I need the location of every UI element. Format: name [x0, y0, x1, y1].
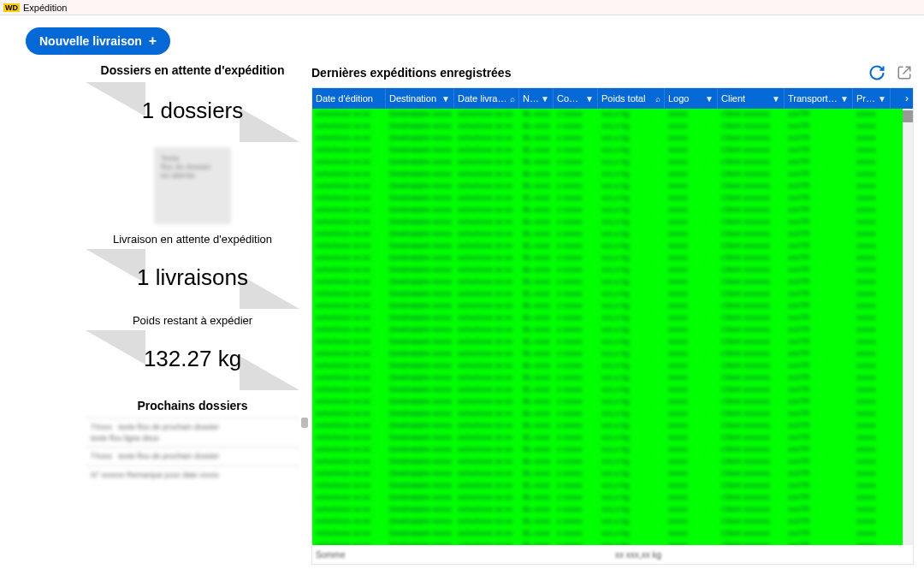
table-row[interactable]: xx/xx/xxxx xx:xxDestinataire xxxxxxx/xx/…: [312, 432, 913, 444]
dossiers-tile: 1 dossiers: [86, 82, 299, 142]
plus-icon: +: [149, 34, 157, 48]
table-row[interactable]: xx/xx/xxxx xx:xxDestinataire xxxxxxx/xx/…: [312, 252, 913, 264]
poids-tile: 132.27 kg: [86, 330, 299, 390]
table-row[interactable]: xx/xx/xxxx xx:xxDestinataire xxxxxxx/xx/…: [312, 396, 913, 408]
expeditions-title: Dernières expéditions enregistrées: [311, 66, 511, 80]
scroll-right-icon[interactable]: ›: [901, 88, 913, 109]
table-row[interactable]: xx/xx/xxxx xx:xxDestinataire xxxxxxx/xx/…: [312, 300, 913, 312]
table-row[interactable]: xx/xx/xxxx xx:xxDestinataire xxxxxxx/xx/…: [312, 372, 913, 384]
filter-icon[interactable]: ▼: [705, 94, 714, 104]
table-row[interactable]: xx/xx/xxxx xx:xxDestinataire xxxxxxx/xx/…: [312, 420, 913, 432]
dossier-card[interactable]: Texteflou du dossieren attente: [154, 147, 231, 224]
column-header[interactable]: Transporteur▼: [785, 88, 853, 109]
table-row[interactable]: xx/xx/xxxx xx:xxDestinataire xxxxxxx/xx/…: [312, 408, 913, 420]
new-delivery-button[interactable]: Nouvelle livraison +: [26, 27, 170, 55]
wd-badge: WD: [3, 3, 20, 12]
expeditions-table: Date d'éditionDestination▼Date livraison…: [311, 87, 914, 565]
table-row[interactable]: xx/xx/xxxx xx:xxDestinataire xxxxxxx/xx/…: [312, 288, 913, 300]
table-row[interactable]: xx/xx/xxxx xx:xxDestinataire xxxxxxx/xx/…: [312, 468, 913, 480]
dossiers-count: 1 dossiers: [86, 98, 299, 124]
search-icon[interactable]: ⌕: [655, 94, 660, 104]
toolbar: Nouvelle livraison +: [0, 15, 924, 63]
table-row[interactable]: xx/xx/xxxx xx:xxDestinataire xxxxxxx/xx/…: [312, 193, 913, 205]
list-item[interactable]: TXxxx texte flou de prochain dossiertext…: [86, 418, 299, 447]
vertical-scrollbar[interactable]: [903, 109, 913, 545]
table-row[interactable]: xx/xx/xxxx xx:xxDestinataire xxxxxxx/xx/…: [312, 169, 913, 181]
column-header[interactable]: N° BL▼: [519, 88, 554, 109]
table-row[interactable]: xx/xx/xxxx xx:xxDestinataire xxxxxxx/xx/…: [312, 312, 913, 324]
filter-icon[interactable]: ▼: [840, 94, 849, 104]
column-header[interactable]: Client▼: [718, 88, 785, 109]
column-header[interactable]: Date d'édition: [312, 88, 386, 109]
table-row[interactable]: xx/xx/xxxx xx:xxDestinataire xxxxxxx/xx/…: [312, 348, 913, 360]
table-row[interactable]: xx/xx/xxxx xx:xxDestinataire xxxxxxx/xx/…: [312, 360, 913, 372]
filter-icon[interactable]: ▼: [541, 94, 549, 104]
table-row[interactable]: xx/xx/xxxx xx:xxDestinataire xxxxxxx/xx/…: [312, 384, 913, 396]
table-row[interactable]: xx/xx/xxxx xx:xxDestinataire xxxxxxx/xx/…: [312, 264, 913, 276]
column-header[interactable]: Date livraison⌕: [454, 88, 519, 109]
refresh-icon[interactable]: [868, 63, 886, 82]
livraisons-count: 1 livraisons: [86, 264, 299, 291]
table-row[interactable]: xx/xx/xxxx xx:xxDestinataire xxxxxxx/xx/…: [312, 133, 913, 145]
table-row[interactable]: xx/xx/xxxx xx:xxDestinataire xxxxxxx/xx/…: [312, 216, 913, 228]
poids-title: Poids restant à expédier: [86, 314, 299, 327]
column-header[interactable]: Logo▼: [665, 88, 718, 109]
livraisons-tile: 1 livraisons: [86, 249, 299, 309]
list-item[interactable]: N° xxxxxx Remarque pour date xxxxx: [86, 465, 299, 484]
column-header[interactable]: Produit▼: [853, 88, 891, 109]
table-row[interactable]: xx/xx/xxxx xx:xxDestinataire xxxxxxx/xx/…: [312, 492, 913, 504]
table-row[interactable]: xx/xx/xxxx xx:xxDestinataire xxxxxxx/xx/…: [312, 109, 913, 121]
prochains-list: TXxxx texte flou de prochain dossiertext…: [86, 418, 299, 483]
table-row[interactable]: xx/xx/xxxx xx:xxDestinataire xxxxxxx/xx/…: [312, 276, 913, 288]
table-row[interactable]: xx/xx/xxxx xx:xxDestinataire xxxxxxx/xx/…: [312, 240, 913, 252]
column-header[interactable]: Destination▼: [386, 88, 454, 109]
next-scrollbar[interactable]: [301, 418, 308, 428]
list-item[interactable]: TXxxx texte flou de prochain dossier: [86, 447, 299, 465]
dossiers-title: Dossiers en attente d'expédition: [86, 63, 299, 77]
poids-value: 132.27 kg: [86, 346, 299, 372]
filter-icon[interactable]: ▼: [441, 94, 450, 104]
table-row[interactable]: xx/xx/xxxx xx:xxDestinataire xxxxxxx/xx/…: [312, 444, 913, 456]
window-title: Expédition: [23, 3, 67, 13]
table-row[interactable]: xx/xx/xxxx xx:xxDestinataire xxxxxxx/xx/…: [312, 504, 913, 516]
filter-icon[interactable]: ▼: [878, 94, 886, 104]
right-panel: Dernières expéditions enregistrées Date …: [311, 63, 924, 565]
title-bar: WD Expédition: [0, 0, 924, 15]
table-body[interactable]: xx/xx/xxxx xx:xxDestinataire xxxxxxx/xx/…: [312, 109, 913, 545]
left-panel: Dossiers en attente d'expédition 1 dossi…: [86, 63, 299, 565]
table-row[interactable]: xx/xx/xxxx xx:xxDestinataire xxxxxxx/xx/…: [312, 336, 913, 348]
table-footer: Somme xx xxx,xx kg: [312, 545, 913, 564]
new-delivery-label: Nouvelle livraison: [39, 34, 142, 48]
search-icon[interactable]: ⌕: [510, 94, 515, 104]
table-row[interactable]: xx/xx/xxxx xx:xxDestinataire xxxxxxx/xx/…: [312, 157, 913, 169]
filter-icon[interactable]: ▼: [772, 94, 780, 104]
filter-icon[interactable]: ▼: [585, 94, 594, 104]
table-header: Date d'éditionDestination▼Date livraison…: [312, 88, 913, 109]
table-row[interactable]: xx/xx/xxxx xx:xxDestinataire xxxxxxx/xx/…: [312, 456, 913, 468]
open-external-icon[interactable]: [895, 63, 914, 82]
table-row[interactable]: xx/xx/xxxx xx:xxDestinataire xxxxxxx/xx/…: [312, 528, 913, 540]
table-row[interactable]: xx/xx/xxxx xx:xxDestinataire xxxxxxx/xx/…: [312, 324, 913, 336]
table-row[interactable]: xx/xx/xxxx xx:xxDestinataire xxxxxxx/xx/…: [312, 181, 913, 193]
table-row[interactable]: xx/xx/xxxx xx:xxDestinataire xxxxxxx/xx/…: [312, 228, 913, 240]
table-row[interactable]: xx/xx/xxxx xx:xxDestinataire xxxxxxx/xx/…: [312, 145, 913, 157]
prochains-title: Prochains dossiers: [86, 399, 299, 412]
column-header[interactable]: Poids total⌕: [598, 88, 665, 109]
column-header[interactable]: Contenu▼: [554, 88, 598, 109]
table-row[interactable]: xx/xx/xxxx xx:xxDestinataire xxxxxxx/xx/…: [312, 121, 913, 133]
table-row[interactable]: xx/xx/xxxx xx:xxDestinataire xxxxxxx/xx/…: [312, 480, 913, 492]
table-row[interactable]: xx/xx/xxxx xx:xxDestinataire xxxxxxx/xx/…: [312, 516, 913, 528]
livraison-title: Livraison en attente d'expédition: [86, 233, 299, 246]
table-row[interactable]: xx/xx/xxxx xx:xxDestinataire xxxxxxx/xx/…: [312, 205, 913, 216]
